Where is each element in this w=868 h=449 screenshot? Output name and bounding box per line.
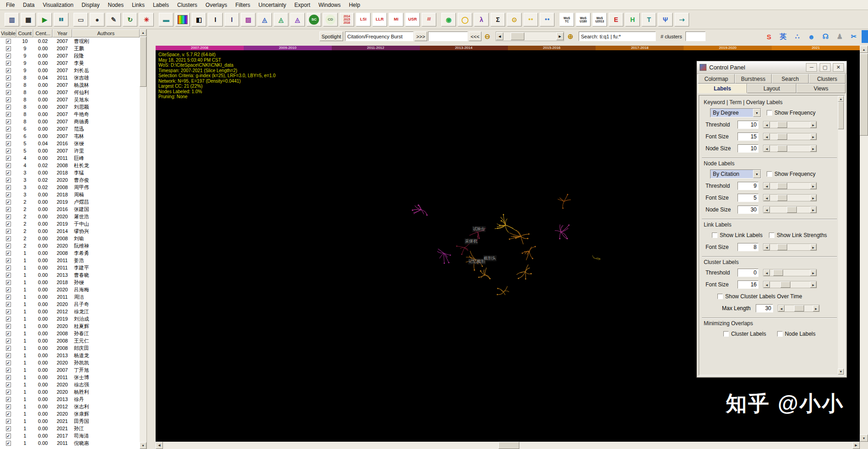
viz-scroll-right-icon[interactable]: ▶ — [852, 442, 860, 449]
tab-search[interactable]: Search — [772, 74, 809, 84]
film-icon[interactable]: ▦ — [21, 13, 36, 26]
menu-help[interactable]: Help — [345, 1, 364, 9]
lsi-button[interactable]: LSI — [356, 13, 371, 26]
tab-labels[interactable]: Labels — [698, 84, 747, 93]
table-vertical-scrollbar[interactable]: ▲ ▼ — [140, 29, 146, 449]
overlap-cluster-labels-checkbox[interactable]: Cluster Labels — [723, 331, 766, 337]
table-row[interactable]: ✔20.002019于中山 — [0, 220, 140, 227]
table-row[interactable]: ✔10.002020徐志强 — [0, 381, 140, 388]
scroll-right-arrow-icon[interactable]: ▶ — [556, 32, 564, 40]
visible-checkbox[interactable]: ✔ — [6, 251, 11, 256]
step-backward-button[interactable]: <<< — [469, 32, 481, 41]
keyword-nodesize-slider[interactable]: ◀▶ — [763, 145, 817, 152]
visible-checkbox[interactable]: ✔ — [6, 309, 11, 314]
table-row[interactable]: ✔60.002007范迅 — [0, 125, 140, 132]
table-row[interactable]: ✔90.002007李曼 — [0, 59, 140, 67]
chevron-down-icon[interactable]: ▼ — [753, 170, 761, 178]
visible-checkbox[interactable]: ✔ — [6, 214, 11, 219]
visible-checkbox[interactable]: ✔ — [6, 258, 11, 263]
visible-checkbox[interactable]: ✔ — [6, 39, 11, 44]
table-row[interactable]: ✔10.002020杨胜利 — [0, 388, 140, 396]
table-row[interactable]: ✔10.002013杨道龙 — [0, 352, 140, 359]
viz-horizontal-scrollbar[interactable]: ◀ ▶ — [156, 442, 860, 449]
visible-checkbox[interactable]: ✔ — [6, 61, 11, 66]
table-row[interactable]: ✔10.002020桂夏辉 — [0, 322, 140, 330]
chevron-down-icon[interactable]: ▼ — [753, 109, 761, 117]
visible-checkbox[interactable]: ✔ — [6, 163, 11, 168]
visible-checkbox[interactable]: ✔ — [6, 46, 11, 51]
tab-layout[interactable]: Layout — [747, 84, 796, 93]
node-threshold-field[interactable]: 9 — [737, 182, 758, 190]
visible-checkbox[interactable]: ✔ — [6, 368, 11, 373]
menu-overlays[interactable]: Overlays — [201, 1, 231, 9]
node-threshold-slider[interactable]: ◀▶ — [763, 182, 817, 190]
visible-checkbox[interactable]: ✔ — [6, 185, 11, 190]
visible-checkbox[interactable]: ✔ — [6, 280, 11, 285]
keyword-fontsize-slider[interactable]: ◀▶ — [763, 133, 817, 140]
tab-burstness[interactable]: Burstness — [735, 74, 772, 84]
table-row[interactable]: ✔40.022008杜长龙 — [0, 162, 140, 169]
table-row[interactable]: ✔100.022007曹现刚 — [0, 37, 140, 45]
header-centrality[interactable]: Cent... — [33, 29, 52, 37]
table-row[interactable]: ✔20.002019卢熠昌 — [0, 198, 140, 206]
visible-checkbox[interactable]: ✔ — [6, 441, 11, 446]
table-row[interactable]: ✔60.002007韦林 — [0, 132, 140, 140]
show-link-strengths-checkbox[interactable]: Show Link Strengths — [769, 232, 827, 238]
palette-icon[interactable]: ▨ — [241, 13, 256, 26]
visible-checkbox[interactable]: ✔ — [6, 68, 11, 73]
viz-vscroll-thumb[interactable] — [860, 53, 868, 136]
table-row[interactable]: ✔30.002018李猛 — [0, 169, 140, 176]
show-link-labels-checkbox[interactable]: Show Link Labels — [712, 232, 763, 238]
show-cluster-labels-over-time-checkbox[interactable]: Show Cluster Labels Over Time — [717, 293, 802, 300]
visible-checkbox[interactable]: ✔ — [6, 331, 11, 336]
table-row[interactable]: ✔10.002012徐龙江 — [0, 308, 140, 315]
maximize-button[interactable]: ▢ — [820, 63, 831, 72]
step-forward-button[interactable]: >>> — [414, 32, 427, 41]
play-button[interactable]: ▶ — [37, 13, 52, 26]
node-label[interactable]: 截割头 — [483, 255, 497, 261]
table-row[interactable]: ✔10.002008孙春江 — [0, 330, 140, 337]
table-row[interactable]: ✔90.002007王鹏 — [0, 45, 140, 52]
visible-checkbox[interactable]: ✔ — [6, 346, 11, 351]
keyword-show-frequency-checkbox[interactable]: Show Frequency — [767, 110, 816, 116]
panel-scroll-down-icon[interactable]: ▼ — [838, 369, 844, 375]
menu-uncertainty[interactable]: Uncertainty — [254, 1, 290, 9]
menu-filters[interactable]: Filters — [231, 1, 255, 9]
visible-checkbox[interactable]: ✔ — [6, 317, 11, 322]
viz-scroll-down-icon[interactable]: ▼ — [860, 434, 868, 442]
link-fontsize-field[interactable]: 8 — [737, 243, 758, 251]
visible-checkbox[interactable]: ✔ — [6, 222, 11, 227]
node-fontsize-slider[interactable]: ◀▶ — [763, 194, 817, 201]
viz-scroll-up-icon[interactable]: ▲ — [860, 46, 868, 53]
visible-checkbox[interactable]: ✔ — [6, 302, 11, 307]
clusters-count-field[interactable] — [685, 32, 706, 41]
table-row[interactable]: ✔80.002007刘思颖 — [0, 103, 140, 111]
table-row[interactable]: ✔90.002007段隆 — [0, 52, 140, 59]
usr-button[interactable]: USR — [405, 13, 420, 26]
wos-tc-button[interactable]: WoSTC — [559, 13, 574, 26]
years-icon[interactable]: 201420152016 — [340, 13, 354, 26]
overlap-node-labels-checkbox[interactable]: Node Labels — [777, 331, 816, 337]
burst-mode-combobox[interactable]: Citation/Frequency Burst — [345, 32, 413, 41]
table-row[interactable]: ✔20.002008刘瑜 — [0, 235, 140, 242]
header-authors[interactable]: Authors — [72, 29, 140, 37]
keyword-rank-dropdown[interactable]: By Degree ▼ — [710, 108, 761, 117]
color-bubbles-icon[interactable]: ●● — [540, 13, 554, 26]
panel-scroll-up-icon[interactable]: ▲ — [838, 96, 844, 102]
lambda-icon[interactable]: λ — [474, 13, 489, 26]
max-length-slider[interactable]: ◀▶ — [778, 305, 820, 312]
table-scroll-thumb[interactable] — [140, 37, 146, 87]
cluster-threshold-slider[interactable]: ◀▶ — [763, 269, 817, 276]
table-row[interactable]: ✔80.002007杨茂林 — [0, 81, 140, 89]
user-icon[interactable]: ♟ — [835, 32, 845, 42]
llr-button[interactable]: LLR — [372, 13, 387, 26]
table-row[interactable]: ✔10.002020张康辉 — [0, 410, 140, 417]
table-row[interactable]: ✔20.002020屠世浩 — [0, 213, 140, 220]
visible-checkbox[interactable]: ✔ — [6, 105, 11, 110]
visible-checkbox[interactable]: ✔ — [6, 229, 11, 234]
scroll-down-icon[interactable]: ▼ — [140, 442, 146, 449]
visible-checkbox[interactable]: ✔ — [6, 338, 11, 343]
table-row[interactable]: ✔20.002020阮维禄 — [0, 242, 140, 249]
node-label[interactable]: 采煤机 — [465, 238, 478, 244]
visible-checkbox[interactable]: ✔ — [6, 353, 11, 358]
